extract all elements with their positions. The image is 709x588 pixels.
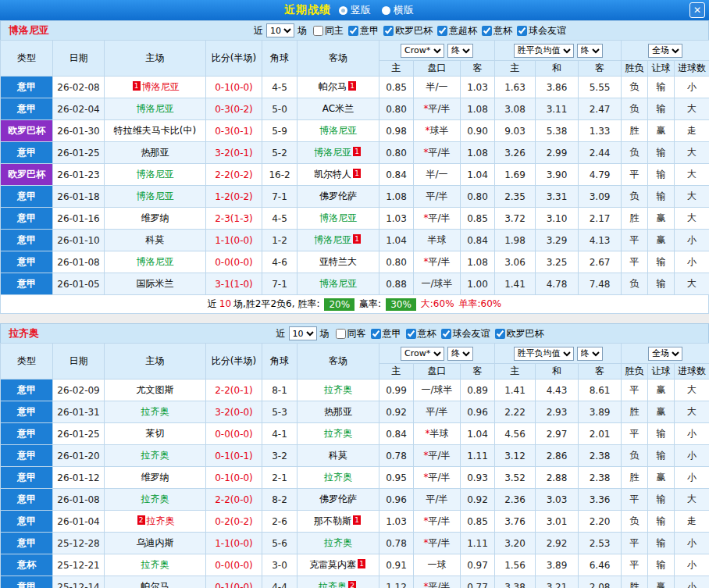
filter-check-label: 欧罗巴杯 (507, 327, 544, 340)
filter-checkbox[interactable] (336, 329, 346, 339)
col-home: 主场 (105, 41, 206, 77)
home-favorite-star: * (423, 256, 428, 267)
filter-check-0-1[interactable]: 意甲 (348, 24, 379, 37)
filter-check-1-0[interactable]: 同客 (336, 327, 366, 340)
filter-check-0-3[interactable]: 意超杯 (437, 24, 477, 37)
avg-home-cell: 3.08 (495, 98, 536, 120)
home-team-cell: 帕尔马 (105, 576, 206, 588)
odds-away-cell: 1.11 (461, 533, 495, 554)
odds-away-cell: 0.92 (461, 489, 495, 511)
avg-home-cell: 1.41 (495, 380, 536, 401)
col-avg-away: 客 (579, 364, 622, 380)
filter-check-0-5[interactable]: 球会友谊 (517, 24, 566, 37)
score-cell: 0-2(0-2) (206, 511, 262, 533)
team-label: 博洛尼亚 (319, 125, 357, 136)
league-cell: 意甲 (1, 273, 53, 295)
odds-group-header: Crow*终 (379, 41, 495, 61)
odds-away-cell: 0.93 (461, 467, 495, 489)
result-cell: 平 (622, 380, 648, 401)
col-corner: 角球 (262, 344, 297, 380)
scope-select[interactable]: 全场 (648, 347, 682, 361)
handicap-result-cell: 输 (648, 164, 675, 186)
result-cell: 平 (622, 251, 648, 273)
team-label: 博洛尼亚 (319, 278, 357, 289)
filter-checkbox[interactable] (441, 329, 451, 339)
avg-stage-select[interactable]: 终 (577, 347, 603, 361)
avg-type-select[interactable]: 胜平负均值 (514, 44, 574, 58)
home-favorite-star: * (423, 103, 428, 114)
avg-stage-select[interactable]: 终 (577, 44, 603, 58)
avg-away-cell: 2.17 (579, 208, 622, 230)
filter-checkbox[interactable] (371, 329, 381, 339)
match-row: 意甲26-01-25热那亚3-2(0-1)5-2博洛尼亚10.80*平/半1.0… (1, 142, 709, 164)
odds-handicap-cell: *平/半 (414, 142, 461, 164)
filter-check-1-2[interactable]: 意杯 (406, 327, 436, 340)
odds-away-cell: 0.85 (461, 208, 495, 230)
filter-checkbox[interactable] (383, 26, 394, 36)
team-label: 拉齐奥 (324, 428, 352, 439)
filter-checkbox[interactable] (348, 26, 358, 36)
result-cell: 负 (622, 511, 648, 533)
filter-check-0-0[interactable]: 同主 (313, 24, 344, 37)
handicap-result-cell: 输 (648, 511, 675, 533)
corner-cell: 7-1 (262, 273, 297, 295)
team-label: 博洛尼亚 (137, 169, 174, 180)
layout-option-1[interactable]: 横版 (382, 3, 414, 17)
recent-count-select[interactable]: 10 (266, 23, 294, 37)
match-row: 意甲26-01-18博洛尼亚1-2(0-2)7-1佛罗伦萨1.08平/半0.80… (1, 186, 709, 208)
corner-cell: 4-1 (262, 423, 297, 445)
matches-table: 类型日期主场比分(半场)角球客场Crow*终胜平负均值终全场主盘口客主和客胜负让… (0, 40, 709, 295)
goals-result-cell: 大 (675, 273, 709, 295)
table-header-row-groups: 类型日期主场比分(半场)角球客场Crow*终胜平负均值终全场 (1, 344, 709, 364)
scope-select[interactable]: 全场 (648, 44, 682, 58)
score-cell: 0-0(0-0) (206, 554, 262, 576)
league-cell: 欧罗巴杯 (1, 120, 53, 142)
layout-option-0[interactable]: 竖版 (339, 3, 371, 17)
close-button[interactable]: ✕ (689, 2, 705, 18)
score-cell: 2-2(0-2) (206, 164, 262, 186)
bookmaker-select[interactable]: Crow* (401, 44, 444, 58)
avg-home-cell: 3.06 (495, 251, 536, 273)
filter-check-1-4[interactable]: 欧罗巴杯 (495, 327, 544, 340)
filter-check-0-2[interactable]: 欧罗巴杯 (383, 24, 433, 37)
bookmaker-select[interactable]: Crow* (401, 347, 444, 361)
radio-icon (382, 6, 390, 15)
filter-check-1-1[interactable]: 意甲 (371, 327, 401, 340)
odds-home-cell: 0.88 (379, 273, 414, 295)
score-cell: 2-2(0-1) (206, 380, 262, 401)
odds-away-cell: 0.85 (461, 511, 495, 533)
filter-checkbox[interactable] (313, 26, 323, 36)
corner-cell: 8-2 (262, 489, 297, 511)
recent-count-select[interactable]: 10 (289, 326, 317, 340)
filter-check-1-3[interactable]: 球会友谊 (441, 327, 490, 340)
home-team-cell: 博洛尼亚 (105, 164, 206, 186)
avg-type-select[interactable]: 胜平负均值 (514, 347, 574, 361)
odds-stage-select[interactable]: 终 (447, 347, 473, 361)
section-header: 博洛尼亚近10场同主意甲欧罗巴杯意超杯意杯球会友谊 (0, 20, 709, 40)
avg-away-cell: 4.79 (579, 164, 622, 186)
avg-away-cell: 3.89 (579, 401, 622, 423)
home-favorite-star: * (423, 537, 428, 548)
avg-draw-cell: 3.10 (536, 208, 579, 230)
handicap-result-cell: 输 (648, 423, 675, 445)
home-team-cell: 特拉维夫马卡比(中) (105, 120, 206, 142)
away-team-cell: 克雷莫内塞1 (297, 554, 379, 576)
section-divider (0, 314, 709, 323)
filter-checkbox[interactable] (482, 26, 492, 36)
avg-draw-cell: 3.89 (536, 554, 579, 576)
filter-bar: 近10场同主意甲欧罗巴杯意超杯意杯球会友谊 (110, 23, 708, 37)
date-cell: 26-01-25 (53, 142, 105, 164)
date-cell: 26-01-31 (53, 401, 105, 423)
away-team-cell: 科莫 (297, 445, 379, 467)
odds-away-cell: 1.04 (461, 164, 495, 186)
filter-checkbox[interactable] (495, 329, 505, 339)
league-cell: 欧罗巴杯 (1, 164, 53, 186)
filter-check-0-4[interactable]: 意杯 (482, 24, 512, 37)
score-cell: 0-3(0-1) (206, 120, 262, 142)
team-label: 佛罗伦萨 (319, 191, 357, 201)
filter-checkbox[interactable] (517, 26, 527, 36)
filter-checkbox[interactable] (437, 26, 447, 36)
odds-stage-select[interactable]: 终 (447, 44, 473, 58)
games-label: 场 (320, 327, 330, 340)
filter-checkbox[interactable] (406, 329, 416, 339)
